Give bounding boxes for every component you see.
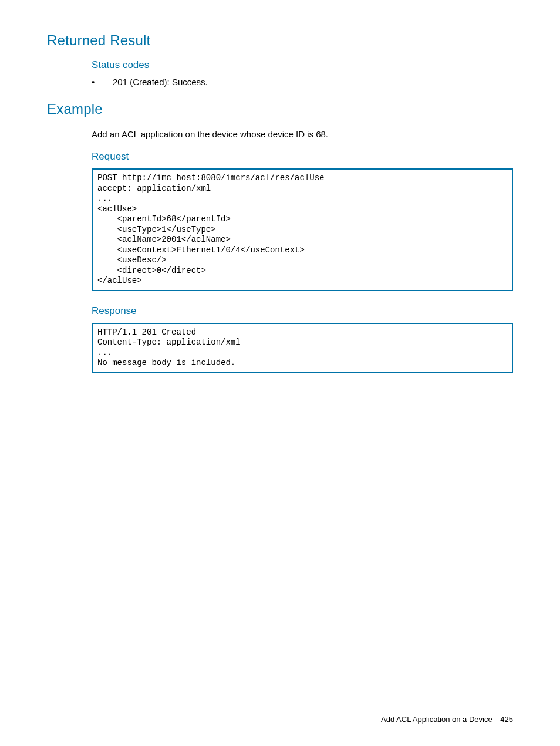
- footer-label: Add ACL Application on a Device: [381, 715, 492, 724]
- example-intro-text: Add an ACL application on the device who…: [47, 128, 513, 140]
- subheading-status-codes: Status codes: [47, 59, 513, 71]
- footer-page-number: 425: [500, 715, 513, 724]
- status-code-item: • 201 (Created): Success.: [47, 77, 513, 87]
- request-code-block: POST http://imc_host:8080/imcrs/acl/res/…: [92, 168, 513, 291]
- status-code-text: 201 (Created): Success.: [113, 77, 208, 87]
- subheading-request: Request: [47, 151, 513, 163]
- page-footer: Add ACL Application on a Device 425: [381, 715, 513, 724]
- section-heading-example: Example: [47, 101, 513, 117]
- section-heading-returned-result: Returned Result: [47, 32, 513, 49]
- subheading-response: Response: [47, 305, 513, 317]
- response-code-block: HTTP/1.1 201 Created Content-Type: appli…: [92, 323, 513, 373]
- bullet-icon: •: [92, 77, 113, 87]
